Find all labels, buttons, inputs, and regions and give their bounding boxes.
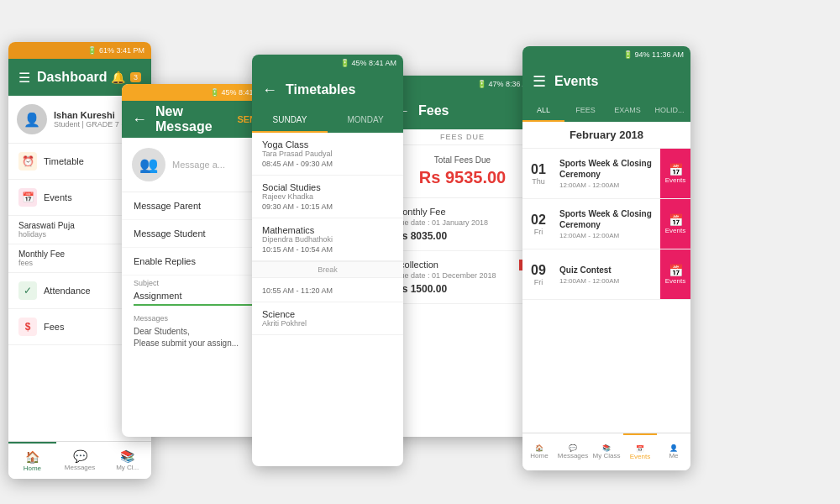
avatar: 👤 xyxy=(17,104,47,134)
fees-label: Fees xyxy=(44,322,64,332)
timetable-icon: ⏰ xyxy=(18,152,37,171)
events-nav-messages[interactable]: 💬 Messages xyxy=(556,433,590,470)
attendance-label: Attendance xyxy=(44,286,91,296)
screen-timetables: 🔋 45% 8:41 AM ← Timetables SUNDAY MONDAY… xyxy=(252,55,403,466)
events-month: February 2018 xyxy=(522,122,690,149)
tab-monday[interactable]: MONDAY xyxy=(328,108,403,133)
class-name-social: Social Studies xyxy=(262,182,393,192)
event-row-3: 09 Fri Quiz Contest 12:00AM - 12:00AM 📅 … xyxy=(522,249,690,300)
events-bottom-nav: 🏠 Home 💬 Messages 📚 My Class 📅 Events 👤 … xyxy=(522,433,690,470)
break-divider: Break xyxy=(252,261,403,278)
user-grade: Student | GRADE 7 - 2 xyxy=(54,120,130,129)
badge-icon: 3 xyxy=(130,72,141,82)
events-app-bar: ☰ Events xyxy=(522,63,690,100)
events-nav-me[interactable]: 👤 Me xyxy=(657,433,690,470)
total-due-label: Total Fees Due xyxy=(395,155,530,165)
dashboard-title: Dashboard xyxy=(37,70,111,85)
break-time-value: 10:55 AM - 11:20 AM xyxy=(262,286,393,295)
screen-fees: 🔋 47% 8:36 AM ← Fees FEES DUE Total Fees… xyxy=(385,76,540,437)
option-enable-replies[interactable]: Enable Replies xyxy=(122,248,273,276)
subject-label: Subject xyxy=(134,279,261,287)
event-content-1: Sports Week & Closing Ceremony 12:00AM -… xyxy=(554,149,660,198)
class-name-yoga: Yoga Class xyxy=(262,139,393,150)
event-day-num-2: 02 xyxy=(531,213,546,228)
fee-due-monthly: Due date : 01 January 2018 xyxy=(395,218,530,227)
class-teacher-math: Dipendra Budhathoki xyxy=(262,235,393,244)
menu-icon[interactable]: ☰ xyxy=(18,70,30,86)
timetable-tabs: SUNDAY MONDAY xyxy=(252,108,403,133)
timetable-title: Timetables xyxy=(286,82,393,97)
total-due-section: Total Fees Due Rs 9535.00 xyxy=(385,145,540,198)
subject-field: Subject Assignment xyxy=(122,276,273,311)
messages-icon: 💬 xyxy=(73,449,87,463)
events-nav-home[interactable]: 🏠 Home xyxy=(522,433,556,470)
events-nav-myclass[interactable]: 📚 My Class xyxy=(590,433,623,470)
filter-exams[interactable]: EXAMS xyxy=(606,100,648,122)
nav-home[interactable]: 🏠 Home xyxy=(8,442,56,479)
fee-item-monthly: Monthly Fee Due date : 01 January 2018 R… xyxy=(385,198,540,251)
event-title-1: Sports Week & Closing Ceremony xyxy=(559,158,655,180)
events-title: Events xyxy=(554,74,680,89)
option-message-student[interactable]: Message Student xyxy=(122,220,273,248)
attendance-icon: ✓ xyxy=(18,281,37,300)
events-messages-icon: 💬 xyxy=(569,444,577,452)
event-badge-3: 📅 Events xyxy=(660,249,690,299)
option-message-parent[interactable]: Message Parent xyxy=(122,192,273,220)
class-name-math: Mathematics xyxy=(262,225,393,235)
nav-messages[interactable]: 💬 Messages xyxy=(56,442,104,479)
fee-amount-monthly: Rs 8035.00 xyxy=(395,230,530,242)
event-badge-2: 📅 Events xyxy=(660,199,690,249)
events-filter-tabs: ALL FEES EXAMS HOLID... xyxy=(522,100,690,122)
menu-events-icon[interactable]: ☰ xyxy=(533,72,546,91)
back-timetable-icon[interactable]: ← xyxy=(262,81,277,99)
event-time-1: 12:00AM - 12:00AM xyxy=(559,181,655,189)
fees-title: Fees xyxy=(418,103,530,118)
calendar-icon-3: 📅 xyxy=(669,264,683,277)
event-row-1: 01 Thu Sports Week & Closing Ceremony 12… xyxy=(522,149,690,199)
bottom-nav: 🏠 Home 💬 Messages 📚 My Cl... xyxy=(8,441,151,479)
message-recipient: 👥 Message a... xyxy=(122,138,273,192)
events-icon: 📅 xyxy=(18,188,37,207)
fees-icon: $ xyxy=(18,318,37,336)
screen-events: 🔋 94% 11:36 AM ☰ Events ALL FEES EXAMS H… xyxy=(522,46,690,470)
nav-myclass[interactable]: 📚 My Cl... xyxy=(103,442,151,479)
timetable-status-bar: 🔋 45% 8:41 AM xyxy=(252,55,403,71)
events-status-bar: 🔋 94% 11:36 AM xyxy=(522,46,690,63)
timetable-label: Timetable xyxy=(44,156,84,166)
fee-due-collection: Due date : 01 December 2018 xyxy=(395,271,530,280)
recipient-placeholder: Message a... xyxy=(172,160,225,170)
fee-name-collection: t collection xyxy=(395,260,530,270)
total-due-amount: Rs 9535.00 xyxy=(395,168,530,187)
messages-input[interactable]: Dear Students,Please submit your assign.… xyxy=(134,323,261,353)
fee-item-collection: t collection Due date : 01 December 2018… xyxy=(385,251,540,304)
timetable-app-bar: ← Timetables xyxy=(252,71,403,108)
event-title-2: Sports Week & Closing Ceremony xyxy=(559,208,655,230)
screen-new-message: 🔋 45% 8:41 AM ← New Message SEND 👥 Messa… xyxy=(122,84,273,437)
class-time-math: 10:15 AM - 10:54 AM xyxy=(262,245,393,254)
class-name-science: Science xyxy=(262,309,393,319)
tab-sunday[interactable]: SUNDAY xyxy=(252,108,328,133)
messages-label: Messages xyxy=(134,314,261,323)
filter-all[interactable]: ALL xyxy=(522,100,564,122)
calendar-icon-2: 📅 xyxy=(669,213,683,227)
event-title-3: Quiz Contest xyxy=(559,265,619,276)
fee-amount-collection: Rs 1500.00 xyxy=(395,283,530,295)
notification-icon[interactable]: 🔔 xyxy=(111,71,125,84)
event-content-3: Quiz Contest 12:00AM - 12:00AM xyxy=(554,249,660,299)
class-time-social: 09:30 AM - 10:15 AM xyxy=(262,202,393,211)
user-name: Ishan Kureshi xyxy=(54,110,130,120)
event-day-num-3: 09 xyxy=(531,263,546,278)
event-row-2: 02 Fri Sports Week & Closing Ceremony 12… xyxy=(522,199,690,249)
events-nav-events[interactable]: 📅 Events xyxy=(623,433,657,470)
recipient-avatar: 👥 xyxy=(132,148,165,181)
event-content-2: Sports Week & Closing Ceremony 12:00AM -… xyxy=(554,199,660,249)
fees-status-bar: 🔋 47% 8:36 AM xyxy=(385,76,540,92)
filter-fees[interactable]: FEES xyxy=(564,100,606,122)
fee-name-monthly: Monthly Fee xyxy=(395,207,530,217)
event-day-num-1: 01 xyxy=(531,162,546,177)
filter-holid[interactable]: HOLID... xyxy=(648,100,690,122)
messages-field: Messages Dear Students,Please submit you… xyxy=(122,311,273,354)
back-icon[interactable]: ← xyxy=(132,111,147,129)
events-events-icon: 📅 xyxy=(636,445,644,453)
subject-input[interactable]: Assignment xyxy=(134,287,261,306)
